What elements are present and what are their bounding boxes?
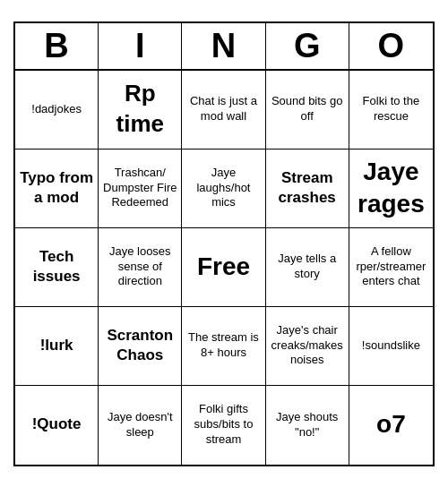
bingo-header-letter: N [182, 23, 265, 69]
bingo-cell: Trashcan/ Dumpster Fire Redeemed [99, 150, 182, 228]
bingo-cell-text: Jaye rages [353, 156, 429, 221]
bingo-card: BINGO !dadjokesRp timeChat is just a mod… [13, 21, 435, 466]
bingo-cell: Chat is just a mod wall [182, 71, 265, 150]
bingo-cell: Tech issues [15, 228, 99, 307]
bingo-cell-text: !soundslike [362, 338, 420, 354]
bingo-header-letter: O [349, 23, 433, 69]
bingo-cell-text: Stream crashes [270, 168, 345, 208]
bingo-header-letter: B [15, 23, 99, 69]
bingo-cell-text: Jaye laughs/hot mics [185, 166, 261, 211]
bingo-cell: Jaye looses sense of direction [99, 228, 182, 307]
bingo-cell: Stream crashes [266, 150, 349, 228]
bingo-cell: !dadjokes [15, 71, 99, 150]
bingo-cell-text: !Quote [32, 414, 82, 434]
bingo-cell-text: Folki gifts subs/bits to stream [185, 402, 261, 448]
bingo-cell: Jaye laughs/hot mics [182, 150, 265, 228]
bingo-cell-text: The stream is 8+ hours [185, 330, 261, 361]
bingo-cell: !lurk [15, 307, 99, 386]
bingo-cell-text: !dadjokes [31, 102, 82, 117]
bingo-cell: The stream is 8+ hours [182, 307, 265, 386]
bingo-cell: Jaye rages [349, 150, 433, 228]
bingo-cell-text: A fellow rper/streamer enters chat [353, 244, 429, 290]
bingo-cell-text: Rp time [102, 79, 177, 140]
bingo-cell: Jaye shouts "no!" [266, 386, 349, 465]
bingo-cell: Rp time [99, 71, 182, 150]
bingo-cell: Scranton Chaos [99, 307, 182, 386]
bingo-cell-text: Free [197, 251, 250, 283]
bingo-cell: Folki gifts subs/bits to stream [182, 386, 265, 465]
bingo-cell-text: Folki to the rescue [353, 94, 429, 124]
bingo-cell-text: Typo from a mod [19, 168, 94, 208]
bingo-cell-text: Chat is just a mod wall [185, 94, 261, 124]
bingo-cell: Free [182, 228, 265, 307]
bingo-cell-text: Jaye's chair creaks/makes noises [270, 323, 345, 369]
bingo-cell: Jaye's chair creaks/makes noises [266, 307, 349, 386]
bingo-cell-text: !lurk [40, 336, 73, 355]
bingo-cell-text: Jaye doesn't sleep [102, 410, 177, 440]
bingo-cell: !Quote [15, 386, 99, 465]
bingo-cell-text: Jaye looses sense of direction [102, 244, 177, 290]
bingo-cell: Jaye doesn't sleep [99, 386, 182, 465]
bingo-cell-text: Trashcan/ Dumpster Fire Redeemed [102, 166, 177, 211]
bingo-cell-text: o7 [376, 408, 406, 440]
bingo-cell-text: Jaye tells a story [270, 252, 345, 282]
bingo-cell-text: Sound bits go off [270, 94, 345, 124]
bingo-cell: Sound bits go off [266, 71, 349, 150]
bingo-cell: A fellow rper/streamer enters chat [349, 228, 433, 307]
bingo-cell: Typo from a mod [15, 150, 99, 228]
bingo-cell: !soundslike [349, 307, 433, 386]
bingo-cell-text: Scranton Chaos [102, 326, 177, 365]
bingo-cell: Folki to the rescue [349, 71, 433, 150]
bingo-header-letter: I [99, 23, 182, 69]
bingo-cell: Jaye tells a story [266, 228, 349, 307]
bingo-header-letter: G [266, 23, 349, 69]
bingo-header: BINGO [15, 23, 433, 71]
bingo-grid: !dadjokesRp timeChat is just a mod wallS… [15, 71, 433, 465]
bingo-cell: o7 [349, 386, 433, 465]
bingo-cell-text: Jaye shouts "no!" [270, 410, 345, 440]
bingo-cell-text: Tech issues [19, 247, 94, 286]
